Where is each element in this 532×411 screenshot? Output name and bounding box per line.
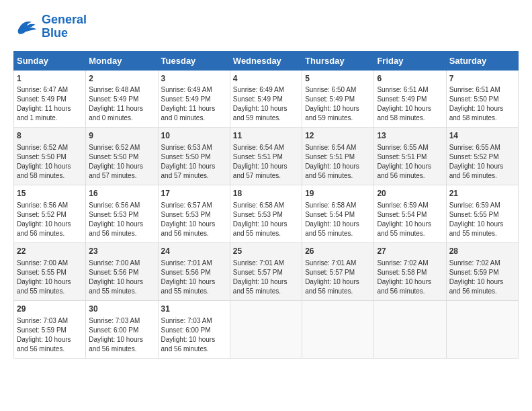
day-info: Sunrise: 6:59 AM	[449, 201, 515, 210]
day-info: Sunset: 5:50 PM	[17, 152, 83, 162]
day-number: 9	[89, 130, 154, 142]
day-info: Daylight: 10 hours and 57 minutes.	[161, 162, 227, 181]
day-info: Daylight: 10 hours and 56 minutes.	[449, 277, 515, 296]
day-info: Daylight: 10 hours and 55 minutes.	[17, 277, 83, 296]
day-info: Sunset: 5:51 PM	[305, 152, 371, 162]
day-number: 2	[89, 73, 154, 85]
calendar-cell	[446, 300, 518, 358]
calendar-cell: 8Sunrise: 6:52 AMSunset: 5:50 PMDaylight…	[14, 128, 86, 185]
weekday-header-sunday: Sunday	[14, 51, 86, 70]
day-number: 12	[305, 130, 371, 142]
calendar-table: SundayMondayTuesdayWednesdayThursdayFrid…	[13, 51, 519, 359]
day-number: 29	[17, 304, 83, 315]
day-info: Sunrise: 7:01 AM	[161, 259, 227, 268]
calendar-cell: 16Sunrise: 6:56 AMSunset: 5:53 PMDayligh…	[86, 185, 158, 243]
calendar-cell: 6Sunrise: 6:51 AMSunset: 5:49 PMDaylight…	[374, 70, 446, 128]
day-info: Daylight: 11 hours and 0 minutes.	[161, 104, 227, 123]
day-info: Sunrise: 7:00 AM	[89, 259, 154, 268]
day-number: 26	[305, 246, 371, 257]
day-info: Daylight: 10 hours and 57 minutes.	[89, 162, 154, 181]
day-info: Sunset: 5:56 PM	[161, 268, 227, 277]
day-info: Sunset: 5:49 PM	[233, 95, 299, 104]
calendar-cell: 14Sunrise: 6:55 AMSunset: 5:52 PMDayligh…	[446, 128, 518, 185]
day-info: Sunset: 5:56 PM	[89, 268, 154, 277]
calendar-cell	[302, 300, 374, 358]
calendar-cell: 22Sunrise: 7:00 AMSunset: 5:55 PMDayligh…	[14, 242, 86, 300]
calendar-week-4: 22Sunrise: 7:00 AMSunset: 5:55 PMDayligh…	[14, 242, 519, 300]
day-info: Daylight: 10 hours and 59 minutes.	[233, 104, 299, 123]
day-info: Daylight: 10 hours and 55 minutes.	[161, 277, 227, 296]
day-info: Sunset: 5:55 PM	[449, 210, 515, 220]
calendar-week-5: 29Sunrise: 7:03 AMSunset: 5:59 PMDayligh…	[14, 300, 519, 358]
weekday-header-monday: Monday	[86, 51, 158, 70]
day-number: 31	[161, 304, 227, 315]
day-info: Sunrise: 6:54 AM	[233, 143, 299, 152]
day-info: Sunset: 5:57 PM	[305, 268, 371, 277]
day-info: Sunrise: 6:55 AM	[449, 143, 515, 152]
day-info: Sunrise: 6:51 AM	[377, 85, 443, 95]
day-info: Sunset: 5:49 PM	[305, 95, 371, 104]
calendar-cell: 13Sunrise: 6:55 AMSunset: 5:51 PMDayligh…	[374, 128, 446, 185]
day-info: Sunset: 6:00 PM	[89, 326, 154, 335]
day-info: Daylight: 10 hours and 56 minutes.	[89, 335, 154, 354]
day-info: Daylight: 10 hours and 58 minutes.	[17, 162, 83, 181]
day-info: Sunrise: 7:01 AM	[305, 259, 371, 268]
day-info: Daylight: 10 hours and 55 minutes.	[233, 220, 299, 238]
day-info: Sunrise: 6:48 AM	[89, 85, 154, 95]
day-info: Sunrise: 6:53 AM	[161, 143, 227, 152]
day-info: Sunrise: 6:52 AM	[17, 143, 83, 152]
calendar-cell	[230, 300, 302, 358]
calendar-cell: 24Sunrise: 7:01 AMSunset: 5:56 PMDayligh…	[158, 242, 230, 300]
day-number: 18	[233, 188, 299, 199]
day-info: Daylight: 10 hours and 56 minutes.	[17, 220, 83, 238]
day-info: Sunset: 5:49 PM	[161, 95, 227, 104]
calendar-cell: 10Sunrise: 6:53 AMSunset: 5:50 PMDayligh…	[158, 128, 230, 185]
day-info: Daylight: 10 hours and 56 minutes.	[17, 335, 83, 354]
calendar-cell: 30Sunrise: 7:03 AMSunset: 6:00 PMDayligh…	[86, 300, 158, 358]
calendar-cell: 23Sunrise: 7:00 AMSunset: 5:56 PMDayligh…	[86, 242, 158, 300]
calendar-cell: 7Sunrise: 6:51 AMSunset: 5:50 PMDaylight…	[446, 70, 518, 128]
day-number: 5	[305, 73, 371, 85]
day-info: Sunset: 5:53 PM	[161, 210, 227, 220]
day-info: Daylight: 11 hours and 0 minutes.	[89, 104, 154, 123]
day-info: Daylight: 10 hours and 55 minutes.	[449, 220, 515, 238]
day-info: Sunset: 5:53 PM	[233, 210, 299, 220]
day-info: Sunset: 5:55 PM	[17, 268, 83, 277]
day-info: Daylight: 10 hours and 56 minutes.	[161, 335, 227, 354]
day-number: 6	[377, 73, 443, 85]
day-number: 17	[161, 188, 227, 199]
logo: General Blue	[13, 13, 87, 40]
calendar-cell: 29Sunrise: 7:03 AMSunset: 5:59 PMDayligh…	[14, 300, 86, 358]
day-info: Sunset: 5:54 PM	[305, 210, 371, 220]
day-info: Daylight: 10 hours and 56 minutes.	[161, 220, 227, 238]
day-number: 28	[449, 246, 515, 257]
day-info: Sunrise: 6:56 AM	[89, 201, 154, 210]
day-number: 13	[377, 130, 443, 142]
page-header: General Blue	[13, 13, 519, 40]
calendar-cell: 18Sunrise: 6:58 AMSunset: 5:53 PMDayligh…	[230, 185, 302, 243]
day-info: Sunrise: 7:03 AM	[161, 316, 227, 326]
day-info: Sunset: 5:59 PM	[17, 326, 83, 335]
day-info: Sunrise: 6:49 AM	[161, 85, 227, 95]
day-number: 14	[449, 130, 515, 142]
day-info: Sunset: 6:00 PM	[161, 326, 227, 335]
day-number: 23	[89, 246, 154, 257]
day-info: Sunrise: 6:52 AM	[89, 143, 154, 152]
day-info: Sunset: 5:50 PM	[161, 152, 227, 162]
day-info: Daylight: 10 hours and 56 minutes.	[305, 162, 371, 181]
day-info: Daylight: 10 hours and 56 minutes.	[305, 277, 371, 296]
day-info: Daylight: 10 hours and 59 minutes.	[305, 104, 371, 123]
calendar-week-2: 8Sunrise: 6:52 AMSunset: 5:50 PMDaylight…	[14, 128, 519, 185]
day-info: Sunset: 5:50 PM	[449, 95, 515, 104]
day-number: 20	[377, 188, 443, 199]
day-number: 25	[233, 246, 299, 257]
day-number: 30	[89, 304, 154, 315]
calendar-cell: 2Sunrise: 6:48 AMSunset: 5:49 PMDaylight…	[86, 70, 158, 128]
calendar-cell: 20Sunrise: 6:59 AMSunset: 5:54 PMDayligh…	[374, 185, 446, 243]
day-info: Sunrise: 6:51 AM	[449, 85, 515, 95]
calendar-cell: 28Sunrise: 7:02 AMSunset: 5:59 PMDayligh…	[446, 242, 518, 300]
day-info: Sunset: 5:49 PM	[89, 95, 154, 104]
day-info: Daylight: 10 hours and 56 minutes.	[89, 220, 154, 238]
day-info: Sunset: 5:49 PM	[377, 95, 443, 104]
day-info: Sunset: 5:50 PM	[89, 152, 154, 162]
